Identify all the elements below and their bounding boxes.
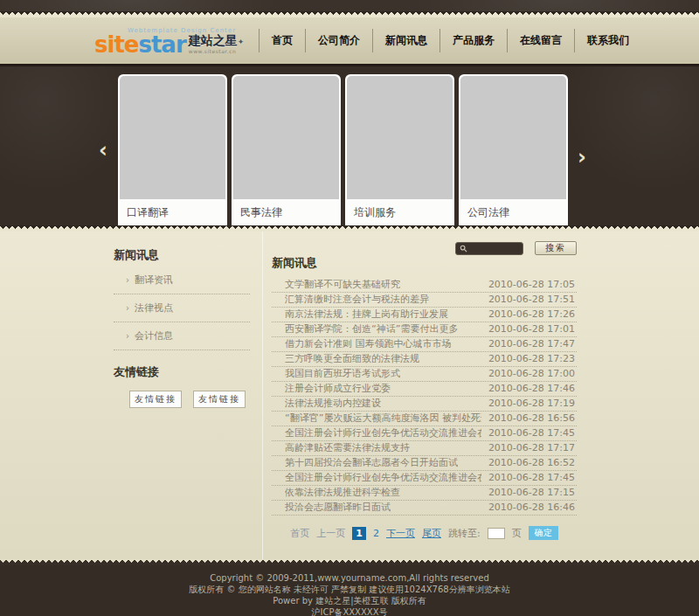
friend-link-button[interactable]: 友情链接 <box>129 391 182 408</box>
news-title-link[interactable]: 高龄津贴还需要法律法规支持 <box>285 443 410 453</box>
sidebar-item[interactable]: ›翻译资讯 <box>114 266 250 294</box>
chevron-right-icon: › <box>126 303 129 313</box>
carousel-section: ‹ › 口译翻译 民事法律 培训服务 公司法律 <box>0 64 699 225</box>
logo-chinese-name: 建站之星✦ <box>189 35 245 48</box>
sidebar-item[interactable]: ›会计信息 <box>114 322 250 350</box>
news-date: 2010-06-28 17:05 <box>488 280 575 290</box>
news-row: 高龄津贴还需要法律法规支持 2010-06-28 17:17 <box>272 441 577 456</box>
news-title-link[interactable]: 南京法律法规：挂牌上岗有助行业发展 <box>285 309 448 320</box>
news-row: 注册会计师成立行业党委 2010-06-28 17:46 <box>272 382 577 397</box>
news-title-link[interactable]: 我国目前西班牙语考试形式 <box>285 369 400 379</box>
product-card[interactable]: 公司法律 <box>459 74 568 225</box>
news-row: 我国目前西班牙语考试形式 2010-06-28 17:00 <box>272 367 577 382</box>
logo-word-star: star <box>138 35 185 54</box>
news-date: 2010-06-28 17:45 <box>488 473 575 483</box>
carousel-next-icon[interactable]: › <box>578 149 586 166</box>
friend-link-button[interactable]: 友情链接 <box>193 391 246 408</box>
pagination-first[interactable]: 首页 <box>290 527 309 540</box>
sidebar-item[interactable]: ›法律视点 <box>114 294 250 322</box>
site-footer: Copyright © 2009-2011,www.yourname.com,A… <box>0 565 699 616</box>
news-row: 第十四届投洽会翻译志愿者今日开始面试 2010-06-28 16:52 <box>272 456 577 471</box>
news-title-link[interactable]: 投洽会志愿翻译昨日面试 <box>285 502 391 513</box>
logo-url-text: www.sitestar.cn <box>189 48 245 54</box>
news-title-link[interactable]: 文学翻译不可缺失基础研究 <box>285 280 400 290</box>
news-date: 2010-06-28 17:46 <box>488 384 575 394</box>
pagination-next[interactable]: 下一页 <box>386 527 415 540</box>
sidebar-links-heading: 友情链接 <box>114 364 250 380</box>
star-icon: ✦ <box>238 38 245 46</box>
pagination-jump-label: 跳转至: <box>448 527 481 540</box>
friend-link-buttons: 友情链接友情链接 <box>129 391 250 408</box>
zigzag-border-bottom <box>0 559 699 565</box>
search-icon <box>460 245 467 253</box>
chevron-right-icon: › <box>126 275 129 285</box>
product-card-label: 口译翻译 <box>120 199 225 225</box>
news-date: 2010-06-28 17:17 <box>488 443 575 453</box>
pagination-prev[interactable]: 上一页 <box>316 527 345 540</box>
news-title-link[interactable]: 借力新会计准则 国寿领跑中心城市市场 <box>285 339 452 350</box>
product-card[interactable]: 培训服务 <box>345 74 454 225</box>
footer-line: Power by 建站之星|美橙互联 版权所有 <box>0 595 699 606</box>
footer-line: Copyright © 2009-2011,www.yourname.com,A… <box>0 572 699 584</box>
nav-item[interactable]: 在线留言 <box>507 29 574 52</box>
pagination-page-1[interactable]: 1 <box>352 527 366 540</box>
nav-item[interactable]: 产品服务 <box>439 29 507 52</box>
pagination: 首页 上一页 1 2 下一页 尾页 跳转至: 页 确定 <box>272 526 577 540</box>
nav-item[interactable]: 新闻讯息 <box>372 29 439 52</box>
news-date: 2010-06-28 17:47 <box>488 339 575 350</box>
news-title-link[interactable]: “翻译官”屡次贩运大额高纯度海洛因 被判处死刑 <box>285 413 481 424</box>
news-title-link[interactable]: 第十四届投洽会翻译志愿者今日开始面试 <box>285 458 458 468</box>
sidebar-news-heading: 新闻讯息 <box>114 247 250 263</box>
news-title-link[interactable]: 依靠法律法规推进科学检查 <box>285 488 400 498</box>
news-title-link[interactable]: 全国注册会计师行业创先争优活动交流推进会在昆举行 <box>285 473 481 483</box>
news-row: 全国注册会计师行业创先争优活动交流推进会在昆举行 2010-06-28 17:4… <box>272 426 577 441</box>
site-logo[interactable]: Webtemplate Design Center sitestar 建站之星✦… <box>94 27 257 54</box>
news-date: 2010-06-28 16:46 <box>488 502 575 513</box>
top-strip <box>0 0 699 11</box>
news-row: 汇算清缴时注意会计与税法的差异 2010-06-28 17:51 <box>272 293 577 308</box>
product-card-label: 民事法律 <box>233 199 339 225</box>
search-bar: 搜索 <box>455 241 577 255</box>
pagination-last[interactable]: 尾页 <box>422 527 441 540</box>
news-title-link[interactable]: 三方呼唤更全面细致的法律法规 <box>285 354 419 364</box>
search-input[interactable] <box>455 242 523 255</box>
news-title-link[interactable]: 西安翻译学院：创造“神话”需要付出更多 <box>285 324 458 335</box>
product-image-placeholder <box>347 76 453 199</box>
nav-item[interactable]: 公司简介 <box>305 29 372 52</box>
chevron-right-icon: › <box>126 331 129 341</box>
news-row: 投洽会志愿翻译昨日面试 2010-06-28 16:46 <box>272 501 577 516</box>
news-date: 2010-06-28 17:15 <box>488 488 575 498</box>
product-card[interactable]: 民事法律 <box>232 74 341 225</box>
zigzag-border-top <box>0 11 699 17</box>
news-date: 2010-06-28 17:23 <box>488 354 575 364</box>
pagination-page-suffix: 页 <box>512 527 522 540</box>
news-row: 全国注册会计师行业创先争优活动交流推进会在昆举行 2010-06-28 17:4… <box>272 471 577 486</box>
news-date: 2010-06-28 16:56 <box>488 413 575 424</box>
nav-item[interactable]: 联系我们 <box>574 29 641 52</box>
news-title-link[interactable]: 全国注册会计师行业创先争优活动交流推进会在昆举行 <box>285 428 481 439</box>
news-row: 借力新会计准则 国寿领跑中心城市市场 2010-06-28 17:47 <box>272 337 577 352</box>
news-row: 三方呼唤更全面细致的法律法规 2010-06-28 17:23 <box>272 352 577 367</box>
news-row: 法律法规推动内控建设 2010-06-28 17:19 <box>272 397 577 412</box>
news-title-link[interactable]: 汇算清缴时注意会计与税法的差异 <box>285 294 429 305</box>
news-title-link[interactable]: 注册会计师成立行业党委 <box>285 384 391 394</box>
product-card[interactable]: 口译翻译 <box>118 74 227 225</box>
footer-line: 版权所有 © 您的网站名称 未经许可 严禁复制 建议使用1024X768分辨率浏… <box>0 584 699 595</box>
site-header: Webtemplate Design Center sitestar 建站之星✦… <box>0 17 699 64</box>
news-row: 依靠法律法规推进科学检查 2010-06-28 17:15 <box>272 486 577 501</box>
product-image-placeholder <box>120 76 225 199</box>
product-card-label: 公司法律 <box>460 199 566 225</box>
carousel-prev-icon[interactable]: ‹ <box>99 142 107 159</box>
news-date: 2010-06-28 16:52 <box>488 458 575 468</box>
zigzag-border-content-top <box>0 225 699 232</box>
pagination-jump-input[interactable] <box>488 528 505 539</box>
logo-word-site: site <box>94 35 138 54</box>
news-date: 2010-06-28 17:00 <box>488 369 575 379</box>
pagination-page-2[interactable]: 2 <box>373 528 379 539</box>
news-row: 文学翻译不可缺失基础研究 2010-06-28 17:05 <box>272 278 577 293</box>
pagination-confirm-button[interactable]: 确定 <box>529 526 558 540</box>
nav-item[interactable]: 首页 <box>259 29 305 52</box>
news-row: “翻译官”屡次贩运大额高纯度海洛因 被判处死刑 2010-06-28 16:56 <box>272 412 577 426</box>
news-title-link[interactable]: 法律法规推动内控建设 <box>285 398 381 409</box>
search-button[interactable]: 搜索 <box>535 241 577 255</box>
